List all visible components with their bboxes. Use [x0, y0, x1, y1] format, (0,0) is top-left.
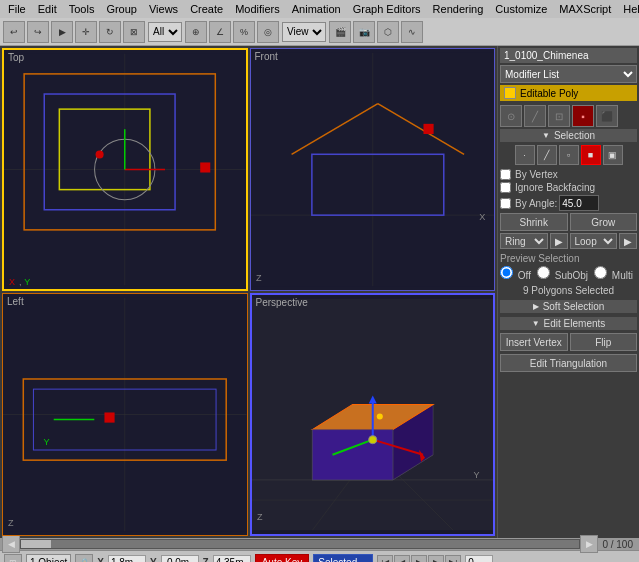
menu-graph-editors[interactable]: Graph Editors — [347, 3, 427, 15]
svg-point-9 — [96, 150, 104, 158]
menu-modifiers[interactable]: Modifiers — [229, 3, 286, 15]
menu-customize[interactable]: Customize — [489, 3, 553, 15]
menu-create[interactable]: Create — [184, 3, 229, 15]
tc-last[interactable]: ▶| — [445, 555, 461, 563]
shrink-button[interactable]: Shrink — [500, 213, 568, 231]
toolbar-btn-spinner[interactable]: ◎ — [257, 21, 279, 43]
menu-edit[interactable]: Edit — [32, 3, 63, 15]
soft-selection-header[interactable]: ▶ Soft Selection — [500, 300, 637, 313]
viewport-left[interactable]: Left Y Z — [2, 293, 248, 536]
sel-icon-vertex[interactable]: · — [515, 145, 535, 165]
svg-text:Y: Y — [24, 277, 30, 287]
mode-border-btn[interactable]: ⊡ — [548, 105, 570, 127]
toolbar-btn-select[interactable]: ▶ — [51, 21, 73, 43]
ignore-backfacing-row: Ignore Backfacing — [500, 182, 637, 193]
grow-button[interactable]: Grow — [570, 213, 638, 231]
by-vertex-label: By Vertex — [515, 169, 558, 180]
by-vertex-checkbox[interactable] — [500, 169, 511, 180]
preview-subobj-radio[interactable] — [537, 266, 550, 279]
z-input[interactable] — [213, 555, 251, 563]
time-input[interactable] — [465, 555, 493, 563]
ring-arrow[interactable]: ▶ — [550, 233, 568, 249]
preview-multi-radio[interactable] — [594, 266, 607, 279]
svg-text:Z: Z — [257, 512, 263, 522]
sel-icon-poly[interactable]: ■ — [581, 145, 601, 165]
toolbar-btn-1[interactable]: ↩ — [3, 21, 25, 43]
tc-next[interactable]: ▶ — [428, 555, 444, 563]
viewport-perspective[interactable]: Perspective — [250, 293, 496, 536]
timeline-thumb[interactable] — [21, 540, 51, 548]
toolbar-btn-curve[interactable]: ∿ — [401, 21, 423, 43]
mode-edge-btn[interactable]: ╱ — [524, 105, 546, 127]
toolbar: ↩ ↪ ▶ ✛ ↻ ⊠ All ⊕ ∠ % ◎ View 🎬 📷 ⬡ ∿ — [0, 18, 639, 46]
selection-header-label: Selection — [554, 130, 595, 141]
menu-rendering[interactable]: Rendering — [427, 3, 490, 15]
selected-display: Selected — [313, 554, 373, 563]
menu-animation[interactable]: Animation — [286, 3, 347, 15]
toolbar-btn-move[interactable]: ✛ — [75, 21, 97, 43]
toolbar-btn-angle[interactable]: ∠ — [209, 21, 231, 43]
by-angle-input[interactable] — [559, 195, 599, 211]
edit-elements-arrow: ▼ — [532, 319, 540, 328]
svg-text:X: X — [9, 277, 15, 287]
mode-vertex-btn[interactable]: ⊙ — [500, 105, 522, 127]
timeline-left-btn[interactable]: ◀ — [2, 535, 20, 553]
sel-icon-edge[interactable]: ╱ — [537, 145, 557, 165]
selection-arrow: ▼ — [542, 131, 550, 140]
tc-prev[interactable]: ◀ — [394, 555, 410, 563]
viewport-top-svg: X , Y — [4, 50, 246, 289]
flip-button[interactable]: Flip — [570, 333, 638, 351]
ignore-backfacing-checkbox[interactable] — [500, 182, 511, 193]
sel-icon-border[interactable]: ▫ — [559, 145, 579, 165]
tc-first[interactable]: |◀ — [377, 555, 393, 563]
tc-play[interactable]: ▶ — [411, 555, 427, 563]
timeline-track[interactable] — [20, 539, 580, 549]
poly-count: 9 Polygons Selected — [500, 285, 637, 296]
loop-arrow[interactable]: ▶ — [619, 233, 637, 249]
toolbar-btn-mat[interactable]: ⬡ — [377, 21, 399, 43]
menu-group[interactable]: Group — [100, 3, 143, 15]
sel-icon-element[interactable]: ▣ — [603, 145, 623, 165]
y-label: Y — [150, 557, 157, 562]
menu-views[interactable]: Views — [143, 3, 184, 15]
toolbar-btn-scale[interactable]: ⊠ — [123, 21, 145, 43]
toolbar-btn-render[interactable]: 🎬 — [329, 21, 351, 43]
autokey-button[interactable]: Auto Key — [255, 554, 310, 563]
editable-poly-bar: Editable Poly — [500, 85, 637, 101]
toolbar-btn-2[interactable]: ↪ — [27, 21, 49, 43]
toolbar-btn-render2[interactable]: 📷 — [353, 21, 375, 43]
right-panel: 1_0100_Chimenea Modifier List Editable P… — [497, 46, 639, 538]
timeline-right-btn[interactable]: ▶ — [580, 535, 598, 553]
mode-poly-btn[interactable]: ▪ — [572, 105, 594, 127]
viewport-front[interactable]: Front Z X — [250, 48, 496, 291]
toolbar-btn-percent[interactable]: % — [233, 21, 255, 43]
by-angle-checkbox[interactable] — [500, 198, 511, 209]
statusbar: ⊞ 1 Object 🔒 X Y Z Auto Key Selected |◀ … — [0, 550, 639, 562]
mode-icons-row: ⊙ ╱ ⊡ ▪ ⬛ — [500, 105, 637, 127]
selected-label: Selected — [318, 557, 357, 562]
preview-off-radio[interactable] — [500, 266, 513, 279]
loop-select[interactable]: Loop — [570, 233, 618, 249]
svg-text:Z: Z — [256, 273, 262, 283]
lock-icon[interactable]: 🔒 — [75, 554, 93, 563]
menu-maxscript[interactable]: MAXScript — [553, 3, 617, 15]
menu-tools[interactable]: Tools — [63, 3, 101, 15]
toolbar-select-view[interactable]: View — [282, 22, 326, 42]
edit-triangulation-button[interactable]: Edit Triangulation — [500, 354, 637, 372]
menu-help[interactable]: Help — [617, 3, 639, 15]
viewport-top[interactable]: Top — [2, 48, 248, 291]
insert-vertex-button[interactable]: Insert Vertex — [500, 333, 568, 351]
y-input[interactable] — [161, 555, 199, 563]
svg-text:Y: Y — [44, 437, 50, 447]
ring-select[interactable]: Ring — [500, 233, 548, 249]
status-icon-1[interactable]: ⊞ — [4, 554, 22, 563]
toolbar-select-all[interactable]: All — [148, 22, 182, 42]
x-input[interactable] — [108, 555, 146, 563]
mode-element-btn[interactable]: ⬛ — [596, 105, 618, 127]
modifier-list-select[interactable]: Modifier List — [500, 65, 637, 83]
toolbar-btn-rotate[interactable]: ↻ — [99, 21, 121, 43]
toolbar-btn-snap[interactable]: ⊕ — [185, 21, 207, 43]
menu-file[interactable]: File — [2, 3, 32, 15]
edit-elements-header[interactable]: ▼ Edit Elements — [500, 317, 637, 330]
ring-loop-row: Ring ▶ Loop ▶ — [500, 233, 637, 249]
